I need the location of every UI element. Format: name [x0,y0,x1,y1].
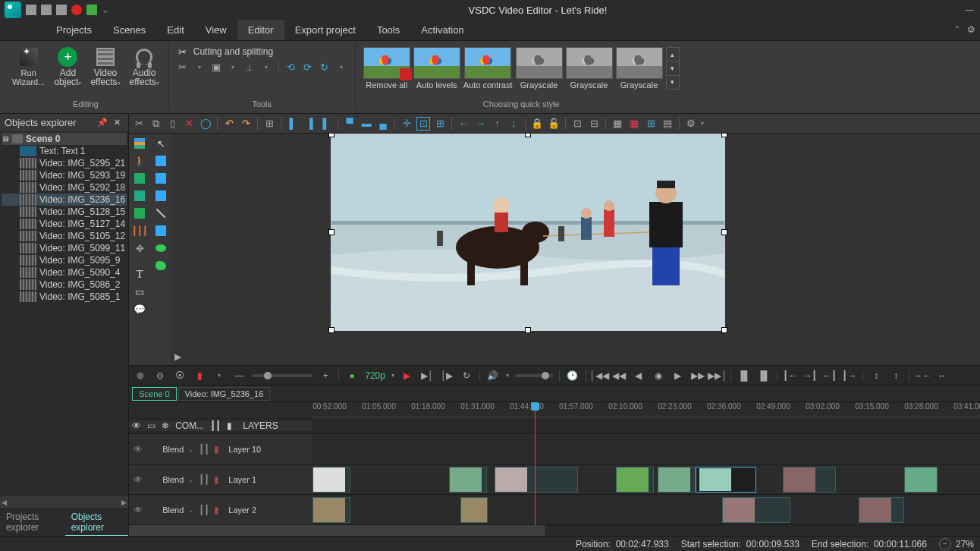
scissors-dropdown[interactable]: ▾ [193,61,206,73]
expand-tools-icon[interactable]: ▶ [174,351,181,362]
grid-hide-icon[interactable]: ▦ [627,117,641,131]
razor-icon[interactable]: ✂ [177,46,189,58]
style-grayscale-1[interactable]: Grayscale [516,47,563,90]
loop-icon[interactable]: ↻ [460,369,473,383]
close-panel-icon[interactable]: ✕ [114,118,121,128]
rect3-tool-icon[interactable] [154,189,168,203]
magnet-icon[interactable]: ↔ [935,369,949,383]
timeline-zoom-slider[interactable] [252,374,313,377]
resize-handle-mt[interactable] [525,134,531,137]
qa-icon-check[interactable] [86,5,97,15]
timeline-clip[interactable] [904,467,938,493]
style-grayscale-2[interactable]: Grayscale [566,47,613,90]
fit-timeline-icon[interactable]: ⦿ [173,369,187,383]
tree-item[interactable]: Text: Text 1 [2,145,127,157]
timeline-clip[interactable] [313,497,350,523]
step-back-icon[interactable]: ◀◀ [612,369,626,383]
resize-handle-tl[interactable] [328,134,335,137]
qa-icon-new[interactable] [26,5,36,15]
cutting-splitting-label[interactable]: Cutting and splitting [193,46,273,57]
menu-tools[interactable]: Tools [366,20,410,40]
pause-icon[interactable]: │▶ [440,369,454,383]
qa-icon-record[interactable] [71,5,82,15]
track-lane[interactable] [313,464,980,494]
rect2-tool-icon[interactable] [154,172,168,185]
snap-timeline-icon[interactable]: →← [916,369,929,383]
rect4-tool-icon[interactable] [154,224,168,238]
clock-icon[interactable]: 🕑 [566,369,580,383]
del-col-icon[interactable]: ▮ [227,420,232,431]
title-safe-icon[interactable]: ⊟ [587,117,601,131]
blend-mode-select[interactable]: Blend [162,505,184,515]
timeline-clip[interactable] [313,467,350,493]
qa-icon-save[interactable] [56,5,67,15]
tab-projects-explorer[interactable]: Projects explorer [0,509,65,536]
tree-item[interactable]: Video: IMG_5090_4 [2,266,127,279]
ellipse-tool-icon[interactable] [154,241,168,255]
timeline-clip[interactable] [658,467,696,493]
timeline-clip[interactable] [460,497,488,523]
volume-slider[interactable] [515,374,553,377]
tree-item[interactable]: Video: IMG_5295_21 [2,157,127,169]
track-lane[interactable] [313,434,980,464]
timeline-clip[interactable] [722,497,790,523]
rotate-dropdown[interactable]: ▾ [335,61,347,73]
audio-effects-button[interactable]: Audio effects▾ [125,44,164,91]
align-top-icon[interactable]: ▀ [343,117,357,131]
visibility-col-icon[interactable]: 👁 [132,420,141,431]
menu-edit[interactable]: Edit [156,20,194,40]
selection-rectangle[interactable] [331,134,725,331]
timeline-clip[interactable] [449,467,487,493]
menu-view[interactable]: View [195,20,237,40]
menu-projects[interactable]: Projects [46,20,102,40]
qa-dropdown-icon[interactable]: ⌄ [102,5,112,15]
track-visibility-icon[interactable]: 👁 [133,505,143,515]
volume-icon[interactable]: 🔊 [486,369,500,383]
tree-item[interactable]: Video: IMG_5086_2 [2,279,127,291]
align-center-h-icon[interactable]: ▐ [303,117,316,131]
timeline-hscroll[interactable] [129,525,980,536]
settings-gear-icon[interactable]: ⚙ [967,24,975,35]
image-tool-icon[interactable] [133,172,146,185]
animation-tool-icon[interactable]: 🚶 [133,154,146,168]
arrow-right-icon[interactable]: → [473,117,487,131]
tab-objects-explorer[interactable]: Objects explorer [65,509,129,536]
resize-handle-bl[interactable] [328,327,335,333]
play-preview-icon[interactable]: ▶ [400,369,414,383]
qa-icon-open[interactable] [41,5,52,15]
split-icon[interactable]: ┃← [784,369,797,383]
align-left-icon[interactable]: ▌ [286,117,300,131]
zoom-out-timeline-icon[interactable]: ⊖ [153,369,167,383]
tree-item[interactable]: Video: IMG_5105_12 [2,230,127,242]
trim-right-icon[interactable]: ┃→ [843,369,856,383]
waveform-icon[interactable]: ┃┃ [199,444,209,455]
rect-tool-icon[interactable] [154,154,168,168]
arrow-up-icon[interactable]: ↑ [490,117,504,131]
line-tool-icon[interactable] [154,206,168,220]
style-remove-all[interactable]: Remove all [363,47,410,90]
preview-quality-icon[interactable]: ● [345,369,359,383]
arrow-left-icon[interactable]: ← [457,117,470,131]
waveform-icon[interactable]: ┃┃ [199,474,209,485]
grid-icon[interactable]: ▦ [611,117,624,131]
timeline-clip[interactable] [859,497,904,523]
tree-item[interactable]: Video: IMG_5127_14 [2,218,127,230]
delete-icon[interactable]: ✕ [182,117,196,131]
audio-col-icon[interactable]: ┃┃ [210,420,221,431]
scissors-icon[interactable]: ✂ [177,61,189,73]
mark-out-icon[interactable]: ▐▌ [757,369,771,383]
arrow-down-icon[interactable]: ↓ [507,117,520,131]
layer-name[interactable]: Layer 1 [228,475,256,484]
layer-name[interactable]: Layer 10 [228,445,261,454]
ruler-icon[interactable]: ▤ [661,117,674,131]
style-gallery-more[interactable]: ▴▾▾ [666,47,680,90]
cut-icon[interactable]: ✂ [132,117,146,131]
align-bottom-icon[interactable]: ▄ [376,117,390,131]
unlock-icon[interactable]: 🔓 [547,117,561,131]
resize-handle-ml[interactable] [328,229,335,235]
tree-item[interactable]: Video: IMG_5095_9 [2,254,127,266]
chart-tool-icon[interactable] [133,137,146,150]
track-visibility-icon[interactable]: 👁 [133,444,143,455]
minimize-button[interactable]: — [963,5,975,15]
fx-col-icon[interactable]: ❄ [162,420,169,431]
